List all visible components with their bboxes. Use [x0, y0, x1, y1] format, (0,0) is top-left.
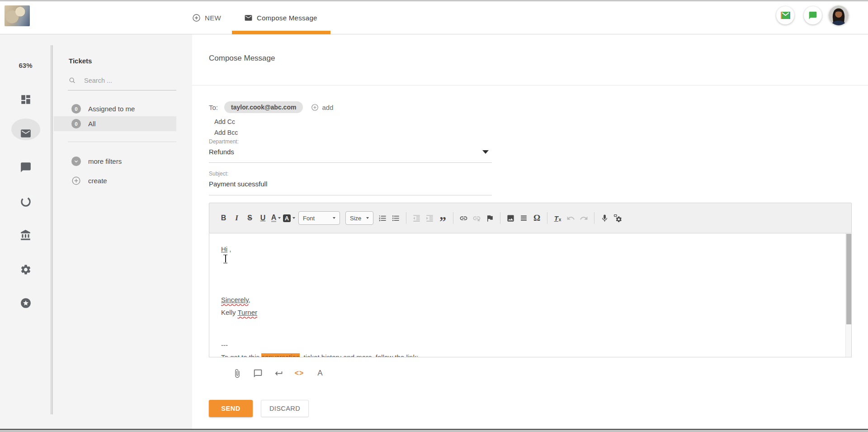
- app-header: NEW Compose Message: [0, 1, 868, 34]
- font-select[interactable]: Font: [298, 211, 340, 225]
- chat-icon: [20, 161, 32, 173]
- chats-button[interactable]: [804, 6, 822, 24]
- user-avatar: [829, 5, 849, 25]
- separator-line: ---: [221, 341, 228, 350]
- strikethrough-button[interactable]: S: [244, 211, 256, 225]
- sidebar-item-organization[interactable]: [0, 229, 51, 241]
- return-arrow-icon: [274, 369, 283, 378]
- highlighted-text: conversation: [261, 353, 300, 357]
- filter-assigned-to-me[interactable]: 0 Assigned to me: [54, 101, 176, 116]
- tickets-title: Tickets: [69, 57, 92, 65]
- search-row: [69, 77, 175, 84]
- insert-return-button[interactable]: [274, 368, 283, 379]
- department-value[interactable]: Refunds: [209, 148, 492, 156]
- undo-button[interactable]: [565, 211, 577, 225]
- divider: [192, 85, 868, 85]
- green-chat-icon: [808, 11, 817, 20]
- attach-file-button[interactable]: [232, 368, 242, 379]
- tab-compose-message[interactable]: Compose Message: [244, 1, 317, 34]
- discard-button[interactable]: DISCARD: [261, 400, 309, 417]
- redo-button[interactable]: [578, 211, 590, 225]
- search-underline: [68, 90, 176, 90]
- canned-response-button[interactable]: [253, 368, 263, 379]
- message-body-editor[interactable]: Hi , Sincerely, Kelly Turner --- To get …: [209, 233, 852, 357]
- flag-icon: [486, 214, 494, 223]
- horizontal-lines-icon: [519, 214, 528, 223]
- special-character-button[interactable]: Ω: [531, 211, 543, 225]
- dashboard-icon: [20, 94, 32, 105]
- more-filters-label: more filters: [88, 157, 122, 165]
- to-row: To: taylor.cook@abc.com add: [209, 101, 333, 114]
- dictate-button[interactable]: [599, 211, 611, 225]
- search-input[interactable]: [84, 77, 175, 84]
- anchor-flag-button[interactable]: [484, 211, 496, 225]
- editor-action-row: <> A: [232, 368, 325, 379]
- profile-button[interactable]: [829, 5, 849, 25]
- count-badge: 0: [71, 119, 81, 128]
- plus-circle-icon: [71, 176, 81, 185]
- dropdown-caret-icon[interactable]: [482, 150, 489, 154]
- left-panel: 63% Tickets: [0, 34, 192, 429]
- indent-button[interactable]: [424, 211, 436, 225]
- create-button[interactable]: create: [54, 173, 176, 188]
- filter-all[interactable]: 0 All: [54, 116, 176, 131]
- bold-button[interactable]: B: [217, 211, 230, 225]
- sidebar-item-dashboard[interactable]: [0, 94, 51, 105]
- sidebar-item-refresh[interactable]: [0, 196, 51, 208]
- add-recipient-button[interactable]: add: [311, 104, 333, 111]
- remove-format-button[interactable]: T x: [552, 211, 564, 225]
- insert-image-button[interactable]: [505, 211, 517, 225]
- speech-bubble-icon: [253, 369, 263, 378]
- subject-value[interactable]: Payment sucessfull: [209, 180, 492, 188]
- tickets-panel: Tickets 0 Assigned to me 0 All more filt…: [54, 34, 192, 429]
- sidebar-item-settings[interactable]: [0, 264, 51, 275]
- unlink-button[interactable]: [471, 211, 483, 225]
- scrollbar-thumb[interactable]: [846, 234, 851, 324]
- toolbar-separator: [406, 212, 406, 224]
- mail-icon: [20, 128, 32, 139]
- add-cc-button[interactable]: Add Cc: [214, 118, 235, 125]
- recipient-chip[interactable]: taylor.cook@abc.com: [224, 101, 303, 113]
- size-select[interactable]: Size: [345, 211, 373, 225]
- text-cursor: [223, 255, 227, 262]
- sidebar-item-favorites[interactable]: [0, 297, 51, 309]
- department-label: Department:: [209, 138, 492, 145]
- editor-settings-button[interactable]: [612, 211, 624, 225]
- background-color-button[interactable]: A: [283, 211, 295, 225]
- active-tab-underline: [232, 31, 330, 34]
- unlink-icon: [472, 214, 481, 223]
- italic-button[interactable]: I: [231, 211, 243, 225]
- sidebar-item-chat[interactable]: [0, 161, 51, 173]
- page-title: Compose Message: [209, 54, 275, 63]
- app-logo[interactable]: [5, 5, 30, 26]
- blockquote-button[interactable]: ”: [437, 211, 449, 225]
- insert-link-button[interactable]: [458, 211, 470, 225]
- ordered-list-icon: [378, 214, 387, 223]
- source-code-toggle[interactable]: <>: [294, 368, 304, 379]
- count-badge: 0: [71, 104, 81, 114]
- send-button[interactable]: SEND: [209, 400, 253, 417]
- sidebar-item-mail[interactable]: [0, 128, 51, 139]
- filter-label: All: [88, 120, 96, 128]
- department-field: Department: Refunds: [209, 138, 492, 156]
- panel-scrollbar[interactable]: [51, 45, 53, 414]
- compose-panel: Compose Message To: taylor.cook@abc.com …: [192, 34, 868, 429]
- more-filters-button[interactable]: more filters: [54, 154, 176, 169]
- bullet-list-button[interactable]: [390, 211, 402, 225]
- outdent-button[interactable]: [410, 211, 423, 225]
- messages-button[interactable]: [776, 6, 794, 24]
- usage-indicator: 63%: [0, 62, 51, 69]
- undo-icon: [566, 214, 575, 223]
- tab-compose-label: Compose Message: [257, 14, 317, 22]
- indent-icon: [425, 214, 434, 223]
- horizontal-rule-button[interactable]: [518, 211, 530, 225]
- text-color-button[interactable]: A: [270, 211, 282, 225]
- greeting-line: Hi ,: [221, 245, 231, 254]
- underline-button[interactable]: U: [257, 211, 269, 225]
- ordered-list-button[interactable]: [377, 211, 389, 225]
- plain-text-toggle[interactable]: A: [315, 368, 325, 379]
- add-bcc-button[interactable]: Add Bcc: [214, 129, 238, 136]
- editor-toolbar: B I S U A A Font Size ”: [209, 203, 852, 233]
- tab-new[interactable]: NEW: [192, 1, 221, 34]
- editor-scrollbar[interactable]: [845, 233, 851, 357]
